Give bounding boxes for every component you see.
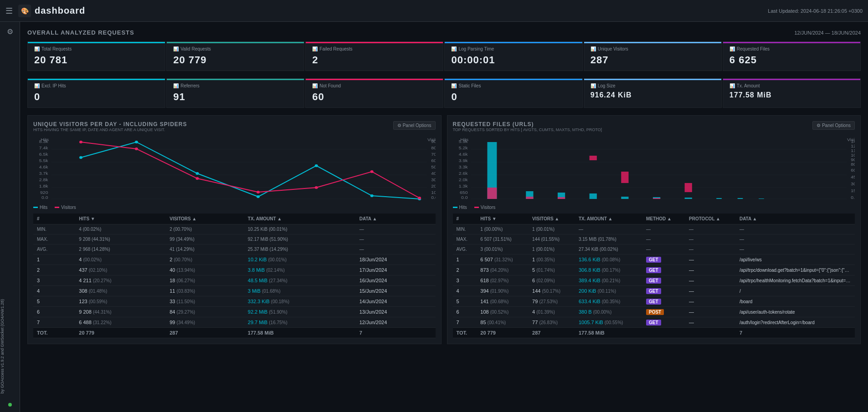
- settings-icon[interactable]: ⚙: [7, 27, 13, 36]
- stat-tx-amount: 📊 Tx. Amount 177.58 MiB: [723, 78, 861, 108]
- svg-text:Visitors: Visitors: [847, 137, 855, 142]
- files-col-visitors[interactable]: VISITORS ▲: [529, 214, 575, 224]
- svg-text:1.3k: 1.3k: [458, 184, 467, 188]
- visitors-panel-options-btn[interactable]: ⚙ Panel Options: [393, 121, 436, 130]
- svg-text:30: 30: [851, 182, 855, 186]
- col-hits[interactable]: HITS ▼: [75, 214, 166, 224]
- stat-tx-amount-value: 177.58 MiB: [729, 91, 854, 99]
- stat-unique-visitors-value: 287: [591, 54, 715, 66]
- svg-text:Visitors: Visitors: [427, 137, 435, 142]
- stat-valid-requests-value: 20 779: [173, 54, 298, 66]
- files-panel-titles: REQUESTED FILES (URLS) TOP REQUESTS SORT…: [453, 121, 602, 136]
- stat-not-found-value: 60: [312, 91, 437, 103]
- method-badge-get-2: GET: [646, 267, 661, 273]
- files-col-num[interactable]: #: [453, 214, 477, 224]
- svg-text:3.9k: 3.9k: [458, 158, 467, 163]
- method-badge-get-7: GET: [646, 320, 661, 326]
- col-data[interactable]: DATA ▲: [356, 214, 436, 224]
- table-row: 4 308 (01.48%) 11 (03.83%) 3 MiB (01.68%…: [33, 286, 436, 296]
- menu-icon[interactable]: ☰: [5, 6, 13, 16]
- min-data: —: [356, 224, 436, 234]
- svg-text:40: 40: [431, 171, 435, 176]
- stat-static-files: 📊 Static Files 0: [444, 78, 582, 108]
- svg-text:110: 110: [851, 148, 855, 153]
- files-chart-svg: 5.9k 5.2k 4.6k 3.9k 3.3k 2.6k 2.0k 1.3k …: [453, 137, 855, 201]
- svg-text:Hits: Hits: [41, 137, 49, 142]
- min-label: MIN.: [33, 224, 75, 234]
- stat-requested-files-label: 📊 Requested Files: [729, 46, 854, 51]
- sidebar: ⚙ by GOAccess v1.9.2 and GWSocket (GO4AN…: [0, 22, 20, 412]
- visitors-chart-legend: Hits Visitors: [33, 205, 436, 210]
- min-tx: 10.25 KiB (00.01%): [244, 224, 356, 234]
- stat-unique-visitors-label: 📊 Unique Visitors: [591, 46, 715, 51]
- stat-requested-files-value: 6 625: [729, 54, 854, 66]
- stat-excl-ip-value: 0: [34, 91, 159, 103]
- app-header: ☰ 🎨 dashboard Last Updated: 2024-06-18 2…: [0, 0, 868, 22]
- svg-text:45: 45: [851, 175, 855, 179]
- svg-text:0.0: 0.0: [431, 195, 435, 200]
- visitors-table-header-row: # HITS ▼ VISITORS ▲ TX. AMOUNT ▲ DATA ▲: [33, 214, 436, 224]
- svg-rect-77: [487, 188, 497, 199]
- svg-point-30: [257, 195, 260, 198]
- stat-excl-ip: 📊 Excl. IP Hits 0: [27, 78, 165, 108]
- files-col-method[interactable]: METHOD ▲: [642, 214, 685, 224]
- svg-text:3.7k: 3.7k: [39, 171, 48, 176]
- svg-text:0.0: 0.0: [851, 195, 855, 200]
- svg-text:80: 80: [851, 162, 855, 167]
- files-panel-header: REQUESTED FILES (URLS) TOP REQUESTS SORT…: [453, 121, 855, 136]
- files-col-tx[interactable]: TX. AMOUNT ▲: [575, 214, 642, 224]
- legend-hits: Hits: [33, 205, 47, 210]
- visitors-panel-title: UNIQUE VISITORS PER DAY - INCLUDING SPID…: [33, 121, 187, 127]
- files-panel-options-btn[interactable]: ⚙ Panel Options: [812, 121, 855, 130]
- table-row: 6 108 (00.52%) 4 (01.39%) 380 B (00.00%)…: [453, 307, 855, 317]
- stat-log-parsing-time: 📊 Log Parsing Time 00:00:01: [444, 41, 582, 71]
- svg-rect-88: [684, 198, 692, 199]
- visitors-max-row: MAX. 9 208 (44.31%) 99 (34.49%) 92.17 Mi…: [33, 234, 436, 244]
- stat-log-size-value: 916.24 KiB: [591, 91, 715, 99]
- svg-point-38: [315, 186, 318, 189]
- table-row: 3 618 (02.97%) 6 (02.09%) 389.4 KiB (00.…: [453, 275, 855, 286]
- app-title: dashboard: [35, 5, 85, 16]
- table-row: 5 141 (00.68%) 79 (27.53%) 633.4 KiB (00…: [453, 296, 855, 307]
- files-col-data[interactable]: DATA ▲: [736, 214, 855, 224]
- files-table-header-row: # HITS ▼ VISITORS ▲ TX. AMOUNT ▲ METHOD …: [453, 214, 855, 224]
- col-num[interactable]: #: [33, 214, 75, 224]
- method-badge-get-1: GET: [646, 257, 661, 263]
- stat-referrers-label: 📊 Referrers: [173, 83, 298, 88]
- sidebar-label: by GOAccess v1.9.2 and GWSocket (GO4ANir…: [0, 299, 20, 394]
- status-dot: [8, 403, 12, 407]
- svg-rect-81: [557, 197, 565, 199]
- svg-rect-85: [621, 172, 628, 183]
- visitors-panel: UNIQUE VISITORS PER DAY - INCLUDING SPID…: [27, 115, 442, 344]
- svg-text:5.2k: 5.2k: [458, 146, 467, 150]
- svg-rect-87: [652, 198, 660, 199]
- col-tx[interactable]: TX. AMOUNT ▲: [244, 214, 356, 224]
- svg-text:4.6k: 4.6k: [39, 165, 48, 169]
- main-content: OVERALL ANALYZED REQUESTS 12/JUN/2024 — …: [20, 22, 868, 412]
- visitors-panel-subtitle: HITS HAVING THE SAME IP, DATE AND AGENT …: [33, 127, 187, 132]
- files-max-row: MAX. 6 507 (31.51%) 144 (01.55%) 3.15 Mi…: [453, 234, 855, 244]
- method-badge-get-5: GET: [646, 299, 661, 305]
- svg-text:2.8k: 2.8k: [39, 178, 48, 182]
- svg-text:4.6k: 4.6k: [458, 152, 467, 157]
- files-col-hits[interactable]: HITS ▼: [477, 214, 529, 224]
- stat-total-requests-label: 📊 Total Requests: [34, 46, 159, 51]
- svg-text:60: 60: [851, 168, 855, 173]
- visitors-avg-row: AVG. 2 968 (14.28%) 41 (14.29%) 25.37 Mi…: [33, 244, 436, 254]
- stat-tx-amount-label: 📊 Tx. Amount: [729, 83, 854, 88]
- svg-text:0.0: 0.0: [41, 195, 48, 200]
- overall-header: OVERALL ANALYZED REQUESTS 12/JUN/2024 — …: [27, 29, 861, 36]
- table-row: 5 123 (00.59%) 33 (11.50%) 332.3 KiB (00…: [33, 296, 436, 307]
- stat-log-parsing-label: 📊 Log Parsing Time: [451, 46, 575, 51]
- stat-unique-visitors: 📊 Unique Visitors 287: [584, 41, 722, 71]
- files-min-row: MIN. 1 (00.00%) 1 (00.01%) — — — —: [453, 224, 855, 234]
- col-visitors[interactable]: VISITORS ▲: [166, 214, 244, 224]
- svg-text:60: 60: [431, 158, 435, 163]
- stats-grid-2: 📊 Excl. IP Hits 0 📊 Referrers 91 📊 Not F…: [27, 78, 861, 108]
- stat-static-files-label: 📊 Static Files: [451, 83, 575, 88]
- files-col-protocol[interactable]: PROTOCOL ▲: [685, 214, 736, 224]
- svg-text:650: 650: [460, 190, 468, 195]
- svg-text:20: 20: [431, 184, 435, 188]
- stat-not-found: 📊 Not Found 60: [305, 78, 443, 108]
- stat-referrers-value: 91: [173, 91, 298, 103]
